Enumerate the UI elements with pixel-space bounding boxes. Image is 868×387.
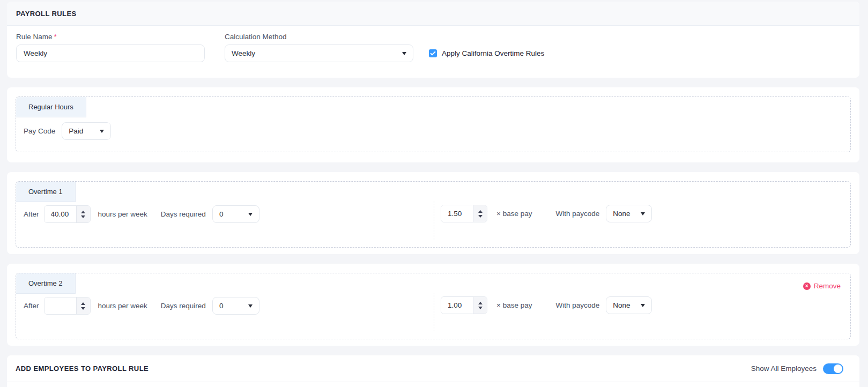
spinner-down-icon[interactable] <box>478 307 483 309</box>
days-required-select[interactable]: 0 <box>212 297 259 315</box>
overtime-1-card: Overtime 1 After hours per week Days req… <box>7 172 859 254</box>
after-label: After <box>24 210 39 218</box>
overtime-1-pay-row: × base pay With paycode None <box>441 205 652 222</box>
base-pay-label: × base pay <box>496 210 532 218</box>
multiplier-input[interactable] <box>441 297 473 314</box>
paycode-select[interactable]: None <box>606 205 652 222</box>
chevron-down-icon <box>641 212 645 215</box>
payroll-rules-body: Rule Name* Calculation Method Weekly App… <box>7 26 859 62</box>
calculation-method-select[interactable]: Weekly <box>225 44 413 62</box>
california-overtime-group: Apply California Overtime Rules <box>429 49 544 57</box>
tab-overtime-2: Overtime 2 <box>16 273 76 294</box>
add-employees-card: ADD EMPLOYEES TO PAYROLL RULE Show All E… <box>7 355 859 387</box>
add-employees-title: ADD EMPLOYEES TO PAYROLL RULE <box>16 364 149 373</box>
show-all-employees-toggle[interactable] <box>823 363 843 374</box>
with-paycode-label: With paycode <box>555 301 599 309</box>
overtime-2-threshold-row: After hours per week Days required 0 <box>24 297 850 315</box>
california-overtime-checkbox[interactable] <box>429 49 437 57</box>
paycode-value: None <box>613 210 630 218</box>
remove-button[interactable]: × Remove <box>803 282 841 290</box>
spinner-down-icon[interactable] <box>478 215 483 218</box>
calculation-method-label: Calculation Method <box>225 33 413 41</box>
spinner-up-icon[interactable] <box>478 302 483 304</box>
spinner-up-icon[interactable] <box>478 210 483 213</box>
spinner-up-icon[interactable] <box>81 211 85 213</box>
multiplier-stepper[interactable] <box>473 205 487 222</box>
tab-overtime-1: Overtime 1 <box>16 182 76 202</box>
rule-name-label-text: Rule Name <box>16 33 53 41</box>
paycode-value: None <box>613 301 630 309</box>
days-required-select[interactable]: 0 <box>212 205 259 223</box>
days-required-value: 0 <box>219 302 224 310</box>
chevron-down-icon <box>100 130 104 133</box>
multiplier-field <box>441 296 487 314</box>
checkmark-icon <box>430 51 436 56</box>
spinner-down-icon[interactable] <box>81 215 85 218</box>
spinner-up-icon[interactable] <box>81 302 85 305</box>
section-divider <box>434 293 434 331</box>
toggle-knob <box>834 364 842 373</box>
after-hours-stepper[interactable] <box>76 206 90 222</box>
multiplier-stepper[interactable] <box>473 297 487 314</box>
payroll-rules-header: PAYROLL RULES <box>7 2 859 26</box>
add-employees-header: ADD EMPLOYEES TO PAYROLL RULE Show All E… <box>7 355 859 382</box>
multiplier-input[interactable] <box>441 205 473 222</box>
chevron-down-icon <box>248 213 253 216</box>
overtime-1-threshold-row: After hours per week Days required 0 <box>24 205 850 223</box>
overtime-1-panel: Overtime 1 After hours per week Days req… <box>16 181 851 248</box>
spinner-down-icon[interactable] <box>81 307 85 310</box>
pay-code-label: Pay Code <box>24 127 55 135</box>
california-overtime-label: Apply California Overtime Rules <box>442 49 544 57</box>
show-all-employees-group: Show All Employees <box>751 363 843 374</box>
pay-code-value: Paid <box>69 127 83 135</box>
multiplier-field <box>441 205 487 222</box>
chevron-down-icon <box>641 304 645 307</box>
page: PAYROLL RULES Rule Name* Calculation Met… <box>0 0 868 387</box>
hours-per-week-label: hours per week <box>98 210 147 218</box>
remove-icon: × <box>803 282 811 290</box>
days-required-label: Days required <box>161 210 206 218</box>
tab-regular-hours: Regular Hours <box>16 97 86 117</box>
overtime-2-card: Overtime 2 × Remove After hours per week… <box>7 264 859 346</box>
after-hours-stepper[interactable] <box>76 297 90 314</box>
payroll-rules-title: PAYROLL RULES <box>16 10 77 18</box>
after-label: After <box>24 302 39 310</box>
rule-name-label: Rule Name* <box>16 33 205 41</box>
overtime-2-panel: Overtime 2 × Remove After hours per week… <box>16 273 851 339</box>
regular-hours-card: Regular Hours Pay Code Paid <box>7 87 859 162</box>
base-pay-label: × base pay <box>496 301 532 309</box>
after-hours-field <box>44 297 91 315</box>
days-required-value: 0 <box>219 210 224 218</box>
remove-label: Remove <box>814 282 841 290</box>
after-hours-field <box>44 205 91 223</box>
pay-code-select[interactable]: Paid <box>62 122 111 140</box>
calculation-method-field-group: Calculation Method Weekly <box>225 33 413 62</box>
regular-hours-panel: Regular Hours Pay Code Paid <box>16 96 851 152</box>
after-hours-input[interactable] <box>44 206 76 222</box>
overtime-2-pay-row: × base pay With paycode None <box>441 296 652 314</box>
after-hours-input[interactable] <box>44 297 76 314</box>
rule-name-field-group: Rule Name* <box>16 33 205 62</box>
section-divider <box>434 201 434 240</box>
hours-per-week-label: hours per week <box>98 302 147 310</box>
with-paycode-label: With paycode <box>555 210 599 218</box>
required-asterisk: * <box>54 33 57 41</box>
pay-code-row: Pay Code Paid <box>24 122 850 140</box>
days-required-label: Days required <box>161 302 206 310</box>
chevron-down-icon <box>402 52 406 55</box>
paycode-select[interactable]: None <box>606 296 652 314</box>
rule-name-input[interactable] <box>16 44 205 62</box>
chevron-down-icon <box>248 304 253 308</box>
payroll-rules-card: PAYROLL RULES Rule Name* Calculation Met… <box>7 2 859 78</box>
show-all-employees-label: Show All Employees <box>751 364 817 373</box>
calculation-method-value: Weekly <box>232 49 255 57</box>
